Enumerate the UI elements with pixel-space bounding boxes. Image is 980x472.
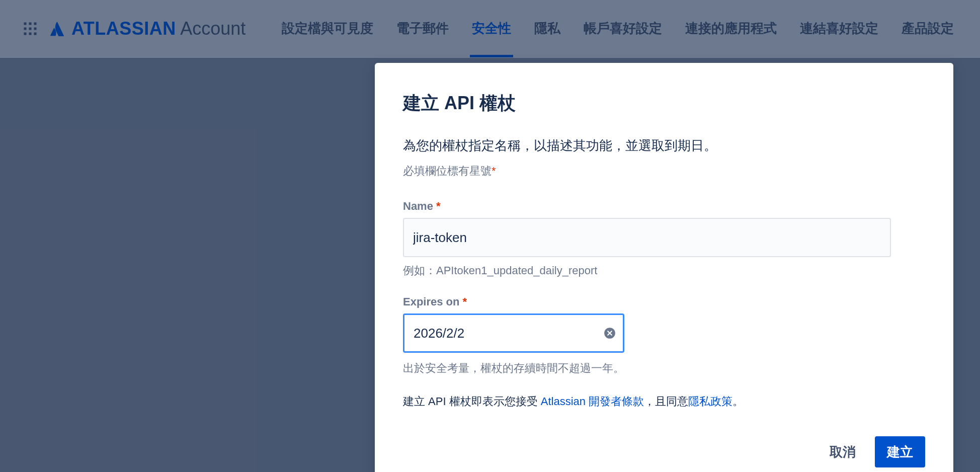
name-input[interactable]	[403, 218, 891, 257]
expires-label: Expires on *	[403, 295, 925, 308]
privacy-policy-link[interactable]: 隱私政策	[688, 395, 732, 408]
name-label: Name *	[403, 200, 925, 213]
required-fields-note: 必填欄位標有星號*	[403, 164, 925, 179]
modal-title: 建立 API 權杖	[403, 91, 925, 116]
create-button[interactable]: 建立	[875, 436, 925, 467]
cancel-button[interactable]: 取消	[818, 436, 868, 467]
name-field: Name * 例如：APItoken1_updated_daily_report	[403, 200, 925, 278]
modal-description: 為您的權杖指定名稱，以描述其功能，並選取到期日。	[403, 137, 925, 154]
expires-input[interactable]	[403, 313, 624, 353]
clear-date-icon[interactable]	[603, 327, 616, 340]
expires-field: Expires on * 出於安全考量，權杖的存續時間不超過一年。	[403, 295, 925, 376]
modal-actions: 取消 建立	[403, 436, 925, 467]
terms-text: 建立 API 權杖即表示您接受 Atlassian 開發者條款，且同意隱私政策。	[403, 394, 925, 409]
dev-terms-link[interactable]: Atlassian 開發者條款	[541, 395, 644, 408]
name-help: 例如：APItoken1_updated_daily_report	[403, 263, 925, 278]
create-api-token-modal: 建立 API 權杖 為您的權杖指定名稱，以描述其功能，並選取到期日。 必填欄位標…	[375, 63, 953, 472]
expires-note: 出於安全考量，權杖的存續時間不超過一年。	[403, 361, 925, 376]
